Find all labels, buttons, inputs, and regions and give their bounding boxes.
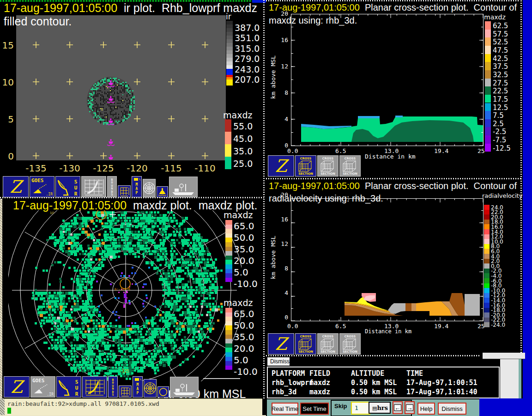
colorbar-band [485,111,491,119]
axis-tick-label: 0.0 [287,147,298,154]
toolbar-button-goes[interactable]: GOES.IR [30,176,54,197]
axis-tick-label: -130 [59,163,80,174]
svg-text:P: P [136,191,138,195]
svg-text:U: U [74,185,78,191]
svg-text:S: S [74,179,78,185]
colorbar-band [484,239,490,244]
skip-input[interactable]: 1 [351,402,370,415]
scrollbar-top-tab[interactable] [483,353,525,359]
toolbar-button-circle[interactable] [157,386,169,398]
toolbar-button-ship[interactable] [169,177,198,197]
toolbar-button-sur[interactable]: SUR [56,376,81,398]
toolbar-button-cube[interactable]: CROSSSECTION [339,333,361,355]
colorbar-band [485,79,491,87]
step-forward-button[interactable]: → [405,401,415,414]
set-time-button[interactable]: Set Time [300,403,329,415]
colorbar-band [225,273,232,278]
arrow-right-icon: → [406,404,413,411]
colorbar-tick-label: 279.0 [235,54,260,64]
xs-rv-canvas[interactable] [291,198,484,321]
colorbar-tick-label: 47.5 [493,46,508,55]
toolbar-button-zebra[interactable]: Z [268,155,294,177]
help-button[interactable]: Help [417,403,435,415]
colorbar-band [225,321,232,326]
toolbar-button-polar[interactable] [144,379,157,398]
map-icon: MAP [132,177,141,197]
gridsm-icon [118,186,130,197]
colorbar-band [225,225,232,229]
maxdz-small-colorbar-title: maxdz [223,110,252,120]
table-row: rhb_3dmaxdz0.50 km MSL17-Aug-97,1:01:40 [268,388,499,397]
toolbar-button-gridsm[interactable] [119,385,132,398]
colorbar-tick-label: 17.5 [493,95,508,104]
toolbar-button-cube[interactable]: CROSSSECTION [317,333,339,355]
colorbar-band [485,62,491,70]
radar-ppi-canvas[interactable] [8,210,242,381]
colorbar-band [484,234,490,239]
skip-label: Skip [334,403,347,410]
hrs-button[interactable]: ▤hrs [369,402,391,414]
colorbar-band [225,312,232,317]
colorbar-tick-label: 52.5 [493,38,508,46]
colorbar-band [484,249,490,254]
scrollbar[interactable] [500,359,519,398]
toolbar-button-gridsm[interactable] [118,185,131,197]
dismiss-control-button[interactable]: Dismiss [438,403,466,415]
colorbar-band [226,61,233,65]
axis-tick-label: -135 [25,163,46,174]
table-cell: maxdz [309,388,330,396]
svg-text:SECTION: SECTION [298,350,313,354]
table-cell: rhb_3d [272,388,296,396]
colorbar-band [484,254,490,259]
toolbar-button-ship[interactable] [170,377,199,398]
dismiss-overlay-button[interactable]: Dismiss [267,357,290,366]
toolbar-button-cube-active[interactable]: CROSSSECTION [295,155,316,177]
toolbar-button-polar[interactable] [143,179,156,197]
xterm-window[interactable]: rain:beaufait:92>xdump.all 970817.0105.x… [5,398,262,416]
toolbar-button-bounds[interactable]: BOUNDS [108,376,118,398]
axis-tick-label: 4 [277,116,288,122]
toolbar-button-cube-active[interactable]: CROSSSECTION [295,333,316,355]
colorbar-band [484,220,490,225]
axis-tick-label: 19.4 [434,323,448,330]
xs-maxdz-canvas[interactable] [291,14,484,146]
toolbar-button-sur[interactable]: SUR [55,176,80,197]
svg-text:U: U [75,385,79,391]
colorbar-band [225,260,232,264]
colorbar-band [484,229,490,234]
svg-text:SECTION: SECTION [298,172,313,176]
table-cell: 0.50 km MSL [351,379,397,387]
table-cell: 0.50 km MSL [351,388,397,396]
radar-colorbar2-title: maxdz [224,298,253,308]
real-time-button[interactable]: Real Time [272,403,298,415]
desktop-bottom-right [478,398,523,416]
toolbar-button-cube[interactable]: CROSSSECTION [339,155,361,177]
toolbar-button-map[interactable]: MAP [132,176,142,197]
toolbar-button-bounds[interactable]: BOUNDS [107,176,117,197]
colorbar-band [225,251,232,256]
alt-separator-line [203,378,240,379]
colorbar-band [225,335,232,339]
toolbar-button-cube[interactable]: CROSSSECTION [317,155,339,177]
colorbar-tick-label: 62.5 [493,22,508,30]
toolbar-button-buoy[interactable] [157,186,168,197]
toolbar-button-rgrid[interactable] [81,176,106,197]
toolbar-button-zebra[interactable]: Z [3,176,29,197]
toolbar-button-map[interactable]: MAP [133,376,143,398]
step-back-button[interactable]: ← [393,401,403,414]
axis-tick-label: 6.5 [335,147,346,154]
terminal-edge-stipple [0,398,5,416]
toolbar-button-zebra[interactable]: Z [268,333,294,355]
axis-tick-label: 5 [1,114,14,125]
colorbar-band [484,308,490,313]
toolbar-button-rgrid[interactable] [82,376,107,398]
toolbar-button-zebra[interactable]: Z [4,376,30,398]
colorbar-band [226,50,233,54]
ir-plot-canvas[interactable] [16,15,226,160]
colorbar-band [225,132,231,144]
toolbar-button-goes[interactable]: GOES.IR [30,376,55,398]
left-right-separator [263,0,265,398]
colorbar-band [225,269,232,274]
colorbar-tick-label: 50.0 [234,232,254,243]
colorbar-band [484,303,490,308]
